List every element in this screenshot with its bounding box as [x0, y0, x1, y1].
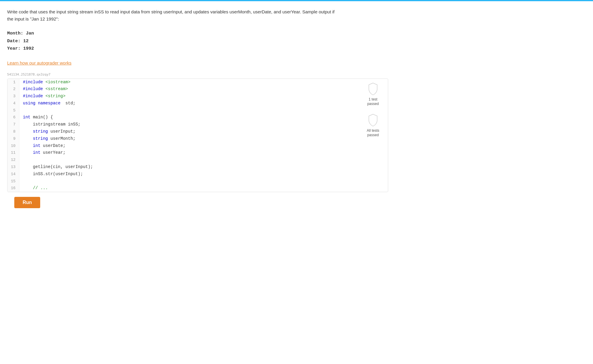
line-num-12: 12 [7, 156, 19, 164]
line-num-15: 15 [7, 178, 19, 185]
sample-output: Month: Jan Date: 12 Year: 1992 [7, 30, 394, 53]
code-line-16: 16 // ... [7, 185, 358, 192]
line-num-1: 1 [7, 79, 19, 86]
line-num-2: 2 [7, 86, 19, 93]
shield-icon-all [368, 114, 378, 127]
code-line-3: 3 #include <string> [7, 93, 358, 100]
code-editor[interactable]: 1 #include <iostream> 2 #include <sstrea… [7, 79, 358, 192]
sample-line-3: Year: 1992 [7, 45, 394, 53]
line-code-13: getline(cin, userInput); [19, 164, 358, 171]
line-num-14: 14 [7, 171, 19, 178]
autograder-link[interactable]: Learn how our autograder works [7, 60, 71, 67]
code-line-6: 6 int main() { [7, 114, 358, 121]
line-num-7: 7 [7, 121, 19, 128]
line-code-10: int userDate; [19, 142, 358, 150]
code-line-14: 14 inSS.str(userInput); [7, 171, 358, 178]
line-num-5: 5 [7, 107, 19, 114]
badge-label-1-test: 1 testpassed [367, 97, 379, 106]
line-num-3: 3 [7, 93, 19, 100]
sidebar-badges: 1 testpassed All testspassed [358, 79, 388, 192]
badge-item-1-test: 1 testpassed [367, 82, 379, 106]
line-num-10: 10 [7, 142, 19, 150]
code-line-4: 4 using namespace std; [7, 100, 358, 107]
line-num-13: 13 [7, 164, 19, 171]
line-code-7: istringstream inSS; [19, 121, 358, 128]
line-num-8: 8 [7, 128, 19, 135]
code-line-12: 12 [7, 156, 358, 164]
line-code-1: #include <iostream> [19, 79, 358, 86]
code-line-8: 8 string userInput; [7, 128, 358, 135]
line-code-6: int main() { [19, 114, 358, 121]
badge-item-all-tests: All testspassed [367, 114, 379, 138]
badge-label-all-tests: All testspassed [367, 128, 379, 138]
line-num-6: 6 [7, 114, 19, 121]
line-code-14: inSS.str(userInput); [19, 171, 358, 178]
code-line-9: 9 string userMonth; [7, 135, 358, 142]
code-line-10: 10 int userDate; [7, 142, 358, 150]
line-num-11: 11 [7, 149, 19, 156]
main-container: Write code that uses the input string st… [0, 1, 593, 257]
code-section-id: 541134.2521878.qx3zqy7 [7, 72, 394, 77]
line-code-4: using namespace std; [19, 100, 358, 107]
code-line-5: 5 [7, 107, 358, 114]
line-code-8: string userInput; [19, 128, 358, 135]
sample-line-2: Date: 12 [7, 37, 394, 45]
code-line-2: 2 #include <sstream> [7, 86, 358, 93]
line-num-9: 9 [7, 135, 19, 142]
run-button[interactable]: Run [14, 197, 40, 208]
line-code-5 [19, 107, 358, 114]
problem-description: Write code that uses the input string st… [7, 8, 335, 23]
line-code-16: // ... [19, 185, 358, 192]
line-code-2: #include <sstream> [19, 86, 358, 93]
sample-line-1: Month: Jan [7, 30, 394, 37]
line-code-15 [19, 178, 358, 185]
content-area: Write code that uses the input string st… [7, 8, 394, 250]
line-code-12 [19, 156, 358, 164]
run-button-area: Run [7, 192, 394, 213]
line-code-11: int userYear; [19, 149, 358, 156]
line-code-3: #include <string> [19, 93, 358, 100]
code-line-7: 7 istringstream inSS; [7, 121, 358, 128]
code-line-13: 13 getline(cin, userInput); [7, 164, 358, 171]
line-num-16: 16 [7, 185, 19, 192]
code-line-15: 15 [7, 178, 358, 185]
code-lines: 1 #include <iostream> 2 #include <sstrea… [7, 79, 358, 192]
line-code-9: string userMonth; [19, 135, 358, 142]
code-editor-wrapper: 1 #include <iostream> 2 #include <sstrea… [7, 79, 388, 192]
code-line-1: 1 #include <iostream> [7, 79, 358, 86]
shield-icon-1 [368, 82, 378, 95]
code-line-11: 11 int userYear; [7, 149, 358, 156]
line-num-4: 4 [7, 100, 19, 107]
